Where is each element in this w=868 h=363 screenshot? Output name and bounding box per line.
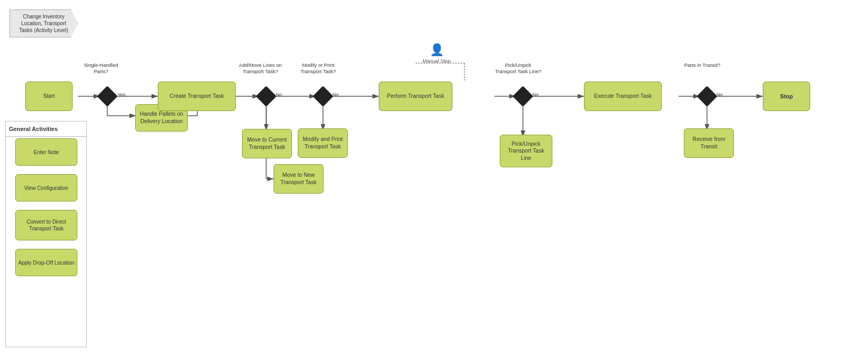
enter-note-node[interactable]: Enter Note <box>15 138 77 166</box>
manual-step-area: 👤 Manual Step <box>416 43 458 64</box>
modify-print-node[interactable]: Modify and Print Transport Task <box>298 128 348 158</box>
gw4-no-label: No <box>532 92 539 97</box>
left-panel: General Activities Enter Note View Confi… <box>5 121 87 347</box>
pick-unpick-label: Pick/Unpick Transport Task Line? <box>494 62 542 75</box>
move-new-node[interactable]: Move to New Transport Task <box>274 164 324 194</box>
gw1-yes-label: Yes <box>117 92 126 97</box>
execute-transport-task-node[interactable]: Execute Transport Task <box>584 82 662 111</box>
gw5-no-label: No <box>716 92 723 97</box>
perform-transport-task-node[interactable]: Perform Transport Task <box>379 82 452 111</box>
view-configuration-node[interactable]: View Configuration <box>15 174 77 201</box>
gateway-modify-print <box>312 86 334 107</box>
add-move-lines-label: Add/Move Lines on Transport Task? <box>237 62 284 75</box>
person-icon: 👤 <box>416 43 458 57</box>
parts-in-transit-label: Parts in Transit? <box>679 62 726 68</box>
manual-step-label: Manual Step <box>416 58 458 64</box>
single-handled-label: Single-Handled Parts? <box>80 62 122 75</box>
gateway-pick-unpick <box>512 86 533 107</box>
gw2-no-label: No <box>276 92 282 97</box>
stop-node[interactable]: Stop <box>763 82 810 111</box>
diagram-container: Change Inventory Location, Transport Tas… <box>0 0 868 363</box>
convert-direct-transport-node[interactable]: Convert to Direct Transport Task <box>15 210 77 240</box>
gw3-no-label: No <box>332 92 339 97</box>
title-banner: Change Inventory Location, Transport Tas… <box>9 9 78 37</box>
create-transport-task-node[interactable]: Create Transport Task <box>158 82 236 111</box>
gateway-add-move <box>256 86 277 107</box>
start-node[interactable]: Start <box>25 82 73 111</box>
gateway-parts-transit <box>697 86 718 107</box>
pick-unpick-line-node[interactable]: Pick/Unpick Transport Task Line <box>500 135 552 167</box>
receive-from-transit-node[interactable]: Receive from Transit <box>684 128 734 158</box>
move-current-node[interactable]: Move to Current Transport Task <box>242 129 292 158</box>
modify-or-print-label: Modify or Print Transport Task? <box>295 62 342 75</box>
general-activities-title: General Activities <box>6 122 86 137</box>
apply-dropoff-node[interactable]: Apply Drop-Off Location <box>15 249 77 276</box>
gateway-single-handled <box>97 86 118 107</box>
